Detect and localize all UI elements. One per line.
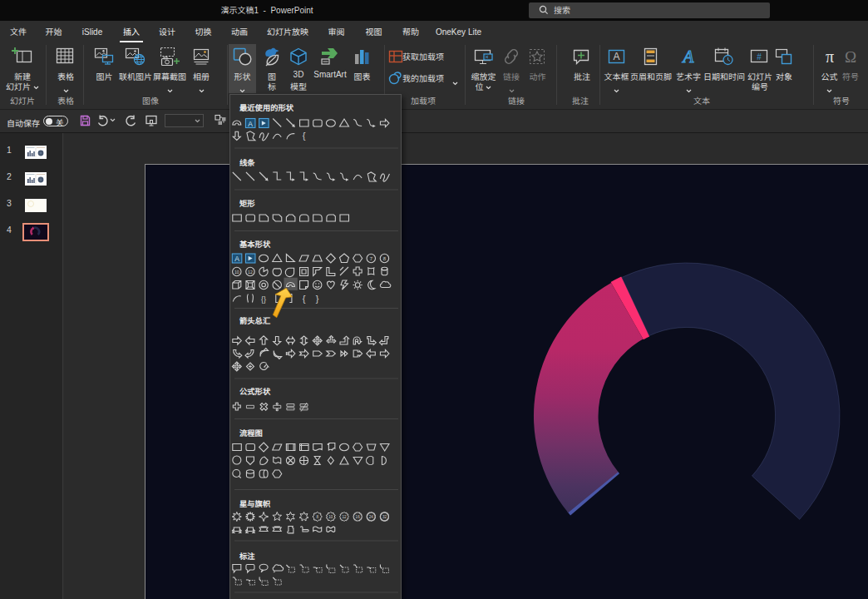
svg-text:Ω: Ω — [845, 48, 856, 66]
svg-text:A: A — [613, 51, 619, 62]
svg-text:{}: {} — [261, 295, 266, 304]
svg-text:A: A — [248, 120, 253, 128]
svg-text:#: # — [757, 52, 762, 62]
svg-text:24: 24 — [369, 515, 374, 519]
svg-text:16: 16 — [356, 515, 361, 519]
svg-text:}: } — [316, 294, 319, 304]
svg-text:10: 10 — [328, 515, 333, 519]
svg-text:12: 12 — [248, 270, 253, 275]
svg-text:A: A — [682, 47, 694, 67]
svg-text:{: { — [303, 131, 306, 141]
svg-text:7: 7 — [370, 256, 373, 261]
svg-text:12: 12 — [342, 515, 347, 519]
svg-text:A: A — [234, 255, 239, 263]
svg-text:8: 8 — [316, 515, 318, 519]
svg-text:{: { — [303, 294, 306, 304]
svg-text:8: 8 — [383, 256, 387, 261]
svg-text:π: π — [825, 47, 833, 66]
svg-text:10: 10 — [234, 270, 239, 275]
svg-text:32: 32 — [382, 515, 387, 519]
